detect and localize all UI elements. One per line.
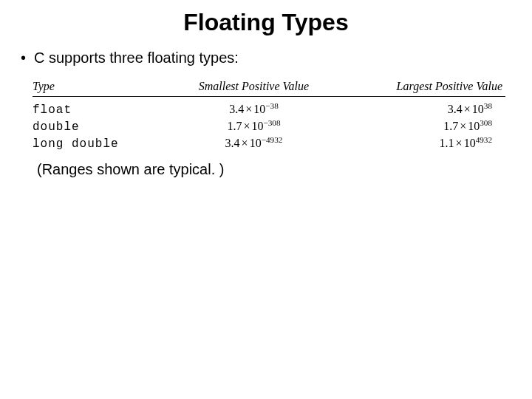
mantissa: 3.4: [448, 103, 463, 115]
table-row: float 3.4×10−38 3.4×1038: [33, 101, 505, 118]
exponent: 38: [484, 101, 492, 110]
types-table-wrap: Type Smallest Positive Value Largest Pos…: [33, 78, 511, 152]
table-header-row: Type Smallest Positive Value Largest Pos…: [33, 78, 505, 97]
times-icon: ×: [242, 120, 251, 132]
largest-value: 3.4×1038: [342, 101, 505, 118]
table-row: long double 3.4×10−4932 1.1×104932: [33, 135, 505, 152]
times-icon: ×: [454, 137, 464, 149]
mantissa: 1.7: [443, 120, 458, 132]
note-text: (Ranges shown are typical. ): [37, 161, 511, 178]
type-name: float: [33, 101, 170, 118]
times-icon: ×: [458, 120, 468, 132]
types-table: Type Smallest Positive Value Largest Pos…: [33, 78, 505, 152]
bullet-item: •C supports three floating types:: [21, 50, 511, 66]
mantissa: 3.4: [225, 137, 240, 149]
exponent: 4932: [476, 135, 492, 144]
type-name: long double: [33, 135, 170, 152]
smallest-value: 3.4×10−4932: [170, 135, 342, 152]
mantissa: 1.7: [227, 120, 242, 132]
col-header-type: Type: [33, 78, 170, 97]
smallest-value: 3.4×10−38: [170, 101, 342, 118]
slide: Floating Types •C supports three floatin…: [0, 0, 532, 399]
table-row: double 1.7×10−308 1.7×10308: [33, 118, 505, 135]
type-name: double: [33, 118, 170, 135]
exponent: −308: [263, 118, 280, 127]
mantissa: 3.4: [229, 103, 244, 115]
bullet-dot-icon: •: [21, 50, 34, 66]
exponent: −4932: [262, 135, 283, 144]
exponent: −38: [265, 101, 279, 110]
largest-value: 1.1×104932: [342, 135, 505, 152]
col-header-largest: Largest Positive Value: [342, 78, 505, 97]
col-header-smallest: Smallest Positive Value: [170, 78, 342, 97]
times-icon: ×: [463, 103, 472, 115]
exponent: 308: [480, 118, 492, 127]
bullet-text: C supports three floating types:: [34, 50, 239, 66]
largest-value: 1.7×10308: [342, 118, 505, 135]
slide-body: •C supports three floating types: Type S…: [0, 50, 532, 178]
mantissa: 1.1: [440, 137, 454, 149]
times-icon: ×: [244, 103, 253, 115]
times-icon: ×: [240, 137, 250, 149]
smallest-value: 1.7×10−308: [170, 118, 342, 135]
page-title: Floating Types: [0, 0, 532, 50]
